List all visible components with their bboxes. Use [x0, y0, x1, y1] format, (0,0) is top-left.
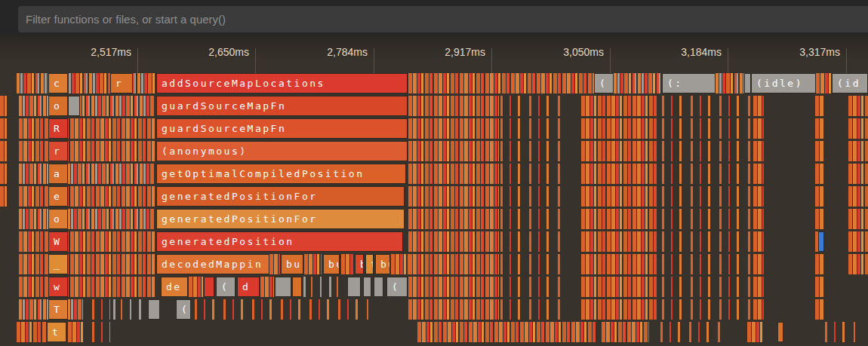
flame-frame[interactable]: t	[365, 254, 374, 274]
flame-stripe-cluster[interactable]	[848, 186, 868, 207]
flame-stripe-cluster[interactable]	[19, 277, 155, 297]
flame-stripe-cluster[interactable]	[815, 299, 824, 320]
flame-stripe-cluster[interactable]	[269, 254, 280, 274]
flame-stripe-cluster[interactable]	[19, 141, 155, 161]
flame-stripe-cluster[interactable]	[341, 254, 353, 274]
flame-stripe-cluster[interactable]	[602, 322, 649, 342]
flame-stripe-cluster[interactable]	[500, 164, 562, 184]
flame-frame[interactable]: (id	[832, 73, 868, 93]
flame-frame[interactable]: (:	[662, 73, 716, 93]
flame-stripe-cluster[interactable]	[113, 299, 143, 320]
flame-stripe-cluster[interactable]	[815, 186, 824, 207]
flame-stripe-cluster[interactable]	[662, 96, 751, 116]
flame-stripe-cluster[interactable]	[753, 186, 764, 207]
flame-stripe-cluster[interactable]	[815, 118, 824, 139]
flame-frame[interactable]: getOptimalCompiledPosition	[156, 164, 406, 184]
flame-stripe-cluster[interactable]	[19, 96, 155, 116]
flame-stripe-cluster[interactable]	[848, 118, 868, 139]
flame-frame[interactable]	[292, 277, 302, 297]
flame-frame[interactable]: generatedPosition	[156, 231, 403, 252]
flame-frame[interactable]	[744, 73, 751, 93]
flame-frame[interactable]: T	[48, 299, 68, 320]
flame-stripe-cluster[interactable]	[391, 254, 408, 274]
flame-frame[interactable]	[204, 277, 214, 297]
flame-stripe-cluster[interactable]	[581, 277, 658, 297]
flame-stripe-cluster[interactable]	[848, 164, 868, 184]
flame-frame[interactable]: bu	[281, 254, 303, 274]
flame-stripe-cluster[interactable]	[92, 299, 110, 320]
flame-stripe-cluster[interactable]	[815, 209, 824, 229]
flame-stripe-cluster[interactable]	[260, 277, 274, 297]
flame-stripe-cluster[interactable]	[408, 254, 499, 274]
flame-frame[interactable]: a	[48, 164, 68, 184]
flame-stripe-cluster[interactable]	[753, 141, 764, 161]
flame-stripe-cluster[interactable]	[189, 277, 203, 297]
flame-frame[interactable]: W	[48, 231, 68, 252]
flame-stripe-cluster[interactable]	[408, 73, 594, 93]
flame-frame[interactable]: o	[48, 209, 68, 229]
flame-stripe-cluster[interactable]	[408, 96, 499, 116]
flame-stripe-cluster[interactable]	[500, 209, 562, 229]
flame-frame[interactable]	[68, 96, 80, 116]
flame-stripe-cluster[interactable]	[848, 209, 868, 229]
flame-stripe-cluster[interactable]	[815, 96, 824, 116]
flame-frame[interactable]	[374, 277, 383, 297]
flame-stripe-cluster[interactable]	[815, 277, 824, 297]
flame-frame[interactable]: guardSourceMapFn	[156, 118, 408, 139]
flame-stripe-cluster[interactable]	[753, 118, 764, 139]
flame-stripe-cluster[interactable]	[660, 322, 725, 342]
flame-stripe-cluster[interactable]	[753, 299, 764, 320]
flame-stripe-cluster[interactable]	[408, 164, 499, 184]
flame-stripe-cluster[interactable]	[581, 254, 658, 274]
flame-frame[interactable]	[148, 299, 160, 320]
flame-frame[interactable]: bu	[375, 254, 390, 274]
flame-stripe-cluster[interactable]	[408, 277, 499, 297]
flame-stripe-cluster[interactable]	[614, 73, 662, 93]
flame-frame[interactable]: c	[48, 73, 68, 93]
flame-frame[interactable]: r	[48, 141, 68, 161]
flame-stripe-cluster[interactable]	[581, 209, 658, 229]
flame-stripe-cluster[interactable]	[408, 209, 499, 229]
flame-stripe-cluster[interactable]	[0, 118, 7, 139]
flame-stripe-cluster[interactable]	[500, 231, 562, 252]
flame-stripe-cluster[interactable]	[753, 209, 764, 229]
flame-stripe-cluster[interactable]	[662, 299, 751, 320]
flame-stripe-cluster[interactable]	[500, 254, 562, 274]
flame-stripe-cluster[interactable]	[662, 186, 751, 207]
flame-frame[interactable]: guardSourceMapFn	[156, 96, 408, 116]
flame-stripe-cluster[interactable]	[753, 164, 764, 184]
flame-graph[interactable]: craddSourceMapLocations((:(idle)(idoguar…	[0, 73, 868, 346]
flame-stripe-cluster[interactable]	[753, 96, 764, 116]
flame-frame[interactable]: t	[47, 322, 66, 342]
flame-frame[interactable]: (	[386, 277, 408, 297]
flame-frame[interactable]	[363, 277, 371, 297]
flame-stripe-cluster[interactable]	[408, 231, 499, 252]
flame-stripe-cluster[interactable]	[19, 231, 155, 252]
flame-stripe-cluster[interactable]	[500, 118, 562, 139]
flame-frame[interactable]: r	[110, 73, 133, 93]
flame-stripe-cluster[interactable]	[815, 164, 824, 184]
flame-frame[interactable]: generatedPositionFor	[156, 186, 405, 207]
flame-stripe-cluster[interactable]	[662, 277, 751, 297]
flame-frame[interactable]	[347, 277, 361, 297]
flame-frame[interactable]: d	[237, 277, 260, 297]
flame-frame[interactable]: e	[48, 186, 68, 207]
flame-stripe-cluster[interactable]	[753, 231, 764, 252]
flame-stripe-cluster[interactable]	[500, 299, 562, 320]
flame-stripe-cluster[interactable]	[408, 186, 499, 207]
flame-frame[interactable]: bu	[323, 254, 340, 274]
flame-frame[interactable]: b	[355, 254, 364, 274]
flame-frame[interactable]: (	[594, 73, 614, 93]
flame-stripe-cluster[interactable]	[304, 254, 322, 274]
flame-stripe-cluster[interactable]	[500, 141, 562, 161]
flame-stripe-cluster[interactable]	[581, 96, 658, 116]
flame-stripe-cluster[interactable]	[747, 322, 764, 342]
flame-stripe-cluster[interactable]	[408, 299, 499, 320]
flame-stripe-cluster[interactable]	[17, 73, 155, 93]
flame-stripe-cluster[interactable]	[848, 141, 868, 161]
filter-input[interactable]	[18, 6, 868, 32]
flame-frame[interactable]: R	[48, 118, 68, 139]
flame-stripe-cluster[interactable]	[500, 186, 562, 207]
flame-stripe-cluster[interactable]	[581, 141, 658, 161]
flame-stripe-cluster[interactable]	[848, 231, 868, 252]
